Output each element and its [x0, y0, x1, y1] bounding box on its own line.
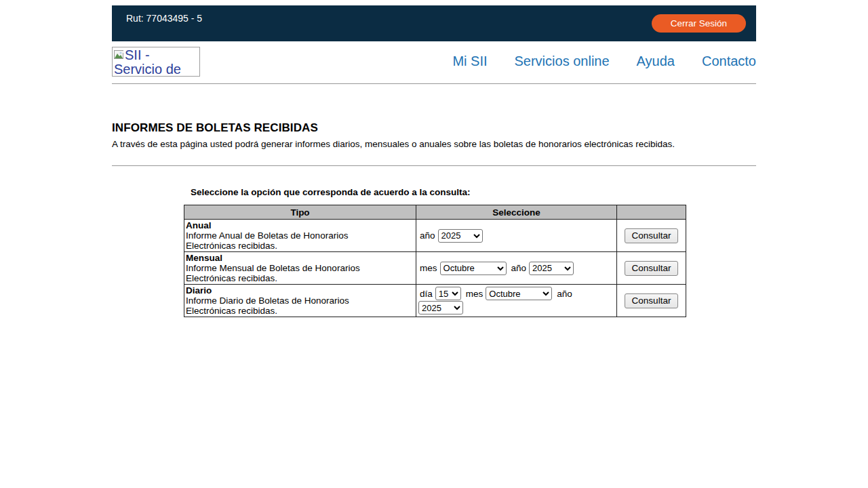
broken-image-icon [114, 48, 124, 58]
anual-action-cell: Consultar [617, 220, 686, 252]
nav-item-servicios-online[interactable]: Servicios online [515, 54, 610, 69]
diario-day-label: día [420, 289, 433, 299]
anual-year-select[interactable]: 2025 [438, 229, 483, 243]
diario-action-cell: Consultar [617, 285, 686, 317]
page-title: INFORMES DE BOLETAS RECIBIDAS [112, 121, 756, 135]
diario-year-select[interactable]: 2025 [418, 301, 463, 314]
table-header-row: Tipo Seleccione [184, 205, 686, 220]
mensual-select-cell: mesOctubreaño2025 [416, 252, 617, 285]
nav-item-ayuda[interactable]: Ayuda [637, 54, 675, 69]
diario-type-label: Diario [186, 285, 212, 296]
page-description: A través de esta página usted podrá gene… [112, 139, 756, 149]
session-bar: Rut: 77043495 - 5 Cerrar Sesión [112, 5, 756, 41]
table-row-diario: Diario Informe Diario de Boletas de Hono… [184, 285, 686, 317]
column-header-seleccione: Seleccione [416, 205, 617, 220]
anual-type-label: Anual [186, 220, 212, 230]
column-header-action [617, 205, 686, 220]
diario-year-label: año [557, 289, 572, 299]
anual-year-label: año [420, 230, 435, 241]
header-divider [112, 83, 756, 84]
page-container: Rut: 77043495 - 5 Cerrar Sesión SII - Se… [112, 5, 756, 317]
mensual-month-label: mes [420, 263, 437, 273]
nav-item-mi-sii[interactable]: Mi SII [452, 54, 487, 69]
diario-description: Informe Diario de Boletas de Honorarios … [186, 296, 384, 316]
table-row-anual: Anual Informe Anual de Boletas de Honora… [184, 220, 686, 252]
content-divider [112, 165, 756, 166]
diario-select-cell: día15mesOctubreaño 2025 [416, 285, 617, 317]
column-header-tipo: Tipo [184, 205, 416, 220]
anual-description: Informe Anual de Boletas de Honorarios E… [186, 230, 384, 251]
mensual-description: Informe Mensual de Boletas de Honorarios… [186, 263, 384, 283]
diario-consultar-button[interactable]: Consultar [625, 293, 679, 308]
diario-type-cell: Diario Informe Diario de Boletas de Hono… [184, 285, 416, 317]
anual-select-cell: año2025 [416, 220, 617, 252]
mensual-type-cell: Mensual Informe Mensual de Boletas de Ho… [184, 252, 416, 285]
mensual-consultar-button[interactable]: Consultar [625, 261, 679, 276]
site-header: SII - Servicio de Mi SII Servicios onlin… [112, 46, 756, 77]
form-caption: Seleccione la opción que corresponda de … [191, 187, 756, 197]
mensual-month-select[interactable]: Octubre [440, 262, 507, 275]
rut-label: Rut: 77043495 - 5 [126, 13, 202, 24]
nav-item-contacto[interactable]: Contacto [702, 54, 756, 69]
report-options-table: Tipo Seleccione Anual Informe Anual de B… [184, 205, 686, 317]
logout-button[interactable]: Cerrar Sesión [652, 14, 746, 33]
anual-type-cell: Anual Informe Anual de Boletas de Honora… [184, 220, 416, 252]
mensual-year-select[interactable]: 2025 [529, 262, 574, 275]
mensual-action-cell: Consultar [617, 252, 686, 285]
mensual-type-label: Mensual [186, 253, 222, 263]
anual-consultar-button[interactable]: Consultar [625, 228, 679, 243]
sii-logo-link[interactable]: SII - Servicio de [112, 47, 200, 77]
diario-fields-line2: 2025 [418, 301, 615, 314]
diario-day-select[interactable]: 15 [435, 287, 461, 300]
mensual-year-label: año [511, 263, 527, 273]
diario-month-label: mes [466, 289, 484, 299]
main-nav: Mi SII Servicios online Ayuda Contacto [452, 54, 756, 69]
diario-month-select[interactable]: Octubre [486, 287, 552, 300]
diario-fields-line1: día15mesOctubreaño [418, 287, 615, 300]
table-row-mensual: Mensual Informe Mensual de Boletas de Ho… [184, 252, 686, 285]
